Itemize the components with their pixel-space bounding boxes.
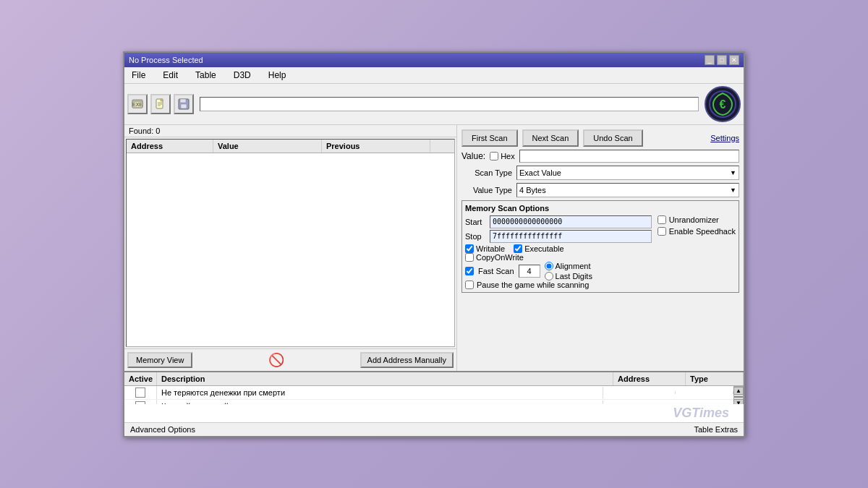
pause-game-row: Pause the game while scanning xyxy=(465,281,736,289)
open-process-button[interactable]: EXE xyxy=(127,94,148,114)
close-button[interactable]: ✕ xyxy=(729,55,739,65)
value-type-arrow: ▼ xyxy=(730,187,736,194)
start-label: Start xyxy=(465,218,487,226)
col-address: Address xyxy=(127,140,213,153)
settings-link[interactable]: Settings xyxy=(710,134,739,142)
scan-type-dropdown[interactable]: Exact Value ▼ xyxy=(516,166,739,180)
menu-bar: File Edit Table D3D Help xyxy=(124,67,744,84)
open-file-button[interactable] xyxy=(150,94,171,114)
bh-description: Description xyxy=(157,372,613,385)
maximize-button[interactable]: □ xyxy=(717,55,727,65)
value-type-label: Value Type xyxy=(461,186,512,194)
bottom-rows-scroll[interactable]: Не теряются денежки при смерти Каждый по… xyxy=(124,386,733,404)
left-panel: Found: 0 Address Value Previous Memory V… xyxy=(124,125,457,371)
speedhack-checkbox[interactable] xyxy=(658,227,666,236)
memory-scan-options: Memory Scan Options Start Stop xyxy=(461,200,739,293)
svg-text:€: € xyxy=(720,98,726,111)
alignment-label: Alignment xyxy=(556,262,591,270)
col-previous: Previous xyxy=(322,140,430,153)
content-area: Found: 0 Address Value Previous Memory V… xyxy=(124,125,744,371)
svg-text:EXE: EXE xyxy=(132,102,142,107)
title-bar: No Process Selected _ □ ✕ xyxy=(124,53,744,67)
undo-scan-button[interactable]: Undo Scan xyxy=(583,129,642,147)
row-type-1 xyxy=(676,391,733,394)
svg-rect-9 xyxy=(180,99,186,103)
menu-d3d[interactable]: D3D xyxy=(229,69,255,82)
process-bar xyxy=(200,97,699,111)
writable-check: Writable xyxy=(465,244,505,253)
main-window: No Process Selected _ □ ✕ File Edit Tabl… xyxy=(123,51,745,437)
hex-checkbox[interactable] xyxy=(490,152,498,160)
hex-checkbox-group: Hex xyxy=(490,152,515,160)
bottom-table-header: Active Description Address Type xyxy=(124,372,744,386)
minimize-button[interactable]: _ xyxy=(705,55,715,65)
alignment-radio[interactable] xyxy=(545,262,553,270)
svg-marker-4 xyxy=(161,99,163,101)
pause-game-checkbox[interactable] xyxy=(465,281,474,289)
speedhack-label: Enable Speedhack xyxy=(669,227,736,236)
scroll-down-arrow[interactable]: ▼ xyxy=(733,399,744,404)
checkbox-1[interactable] xyxy=(135,388,145,398)
scroll-up-arrow[interactable]: ▲ xyxy=(733,387,744,395)
fast-scan-checkbox[interactable] xyxy=(465,267,474,275)
mem-start-row: Start xyxy=(465,215,652,228)
start-input[interactable] xyxy=(490,215,652,228)
toolbar: EXE € xyxy=(124,84,744,125)
add-address-button[interactable]: Add Address Manually xyxy=(360,352,454,368)
alignment-radio-item: Alignment xyxy=(545,262,592,270)
executable-checkbox[interactable] xyxy=(514,244,522,253)
stop-label: Stop xyxy=(465,232,487,241)
menu-edit[interactable]: Edit xyxy=(158,69,182,82)
fast-scan-label: Fast Scan xyxy=(478,267,514,275)
memory-view-button[interactable]: Memory View xyxy=(127,352,192,368)
scrollbar-vertical[interactable]: ▲ ▼ xyxy=(733,386,744,404)
table-row[interactable]: Не теряются денежки при смерти xyxy=(124,386,733,400)
scan-type-row: Scan Type Exact Value ▼ xyxy=(461,166,739,180)
memory-scan-title: Memory Scan Options xyxy=(465,204,736,213)
table-extras-link[interactable]: Table Extras xyxy=(694,425,738,434)
copyonwrite-row: CopyOnWrite xyxy=(465,253,652,262)
writable-checkbox[interactable] xyxy=(465,244,474,253)
stop-input[interactable] xyxy=(490,230,652,243)
row-active-1 xyxy=(124,386,157,399)
first-scan-button[interactable]: First Scan xyxy=(461,129,518,147)
menu-help[interactable]: Help xyxy=(264,69,291,82)
bh-type: Type xyxy=(686,372,744,385)
scan-buttons: First Scan Next Scan Undo Scan Settings xyxy=(461,129,739,147)
fast-scan-input[interactable] xyxy=(519,265,540,278)
fast-scan-row: Fast Scan Alignment Last Digits xyxy=(465,262,736,281)
alignment-radio-group: Alignment Last Digits xyxy=(545,262,592,281)
speedhack-check: Enable Speedhack xyxy=(658,227,736,236)
col-value: Value xyxy=(213,140,322,153)
menu-file[interactable]: File xyxy=(127,69,150,82)
save-button[interactable] xyxy=(174,94,194,114)
next-scan-button[interactable]: Next Scan xyxy=(522,129,579,147)
unrandomizer-checkbox[interactable] xyxy=(658,215,666,224)
address-table[interactable]: Address Value Previous xyxy=(126,139,455,347)
right-options: Unrandomizer Enable Speedhack xyxy=(658,215,736,262)
copyonwrite-checkbox[interactable] xyxy=(465,253,474,262)
right-panel: First Scan Next Scan Undo Scan Settings … xyxy=(457,125,744,371)
value-input[interactable] xyxy=(519,150,739,163)
last-digits-radio-item: Last Digits xyxy=(545,272,592,281)
value-section: Value: Hex xyxy=(461,150,739,163)
copyonwrite-check: CopyOnWrite xyxy=(465,253,524,262)
value-type-row: Value Type 4 Bytes ▼ xyxy=(461,183,739,197)
advanced-options-link[interactable]: Advanced Options xyxy=(130,425,195,434)
bh-address: Address xyxy=(613,372,686,385)
writable-label: Writable xyxy=(476,244,505,253)
value-label: Value: xyxy=(461,151,485,161)
executable-check: Executable xyxy=(514,244,563,253)
bh-active: Active xyxy=(124,372,157,385)
scroll-thumb[interactable] xyxy=(734,396,743,398)
svg-rect-10 xyxy=(181,104,187,108)
no-entry-icon[interactable]: 🚫 xyxy=(268,352,284,368)
unrandomizer-check: Unrandomizer xyxy=(658,215,736,224)
address-table-header: Address Value Previous xyxy=(127,140,454,153)
last-digits-radio[interactable] xyxy=(545,272,553,281)
mem-stop-row: Stop xyxy=(465,230,652,243)
value-type-dropdown[interactable]: 4 Bytes ▼ xyxy=(516,183,739,197)
menu-table[interactable]: Table xyxy=(191,69,221,82)
found-label: Found: 0 xyxy=(124,125,456,137)
cheat-engine-logo: € xyxy=(705,86,741,122)
